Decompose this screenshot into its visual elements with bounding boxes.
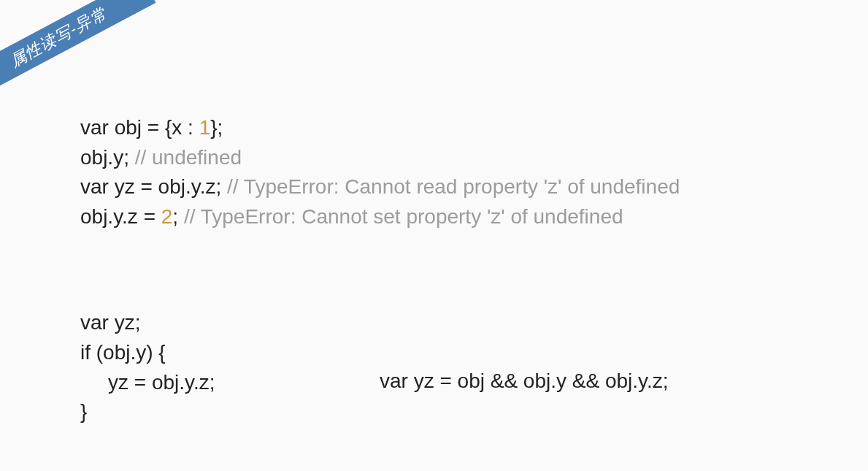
code-text: ;: [172, 205, 184, 228]
code-comment: // TypeError: Cannot read property 'z' o…: [227, 175, 680, 198]
code-text: yz = obj.y.z;: [108, 371, 215, 394]
code-line-1: var obj = {x : 1};: [80, 113, 853, 143]
code-text: var yz;: [80, 311, 140, 334]
code-comment: // TypeError: Cannot set property 'z' of…: [184, 205, 623, 228]
slide-ribbon: 属性读写-异常: [0, 0, 155, 99]
code-number: 2: [161, 205, 173, 228]
code-text: };: [210, 116, 223, 139]
code-number: 1: [199, 116, 211, 139]
ribbon-title: 属性读写-异常: [7, 4, 110, 70]
code-block-2: var yz; if (obj.y) { yz = obj.y.z; } var…: [80, 308, 853, 426]
code-line-2: obj.y; // undefined: [80, 143, 853, 173]
code-line-right: var yz = obj && obj.y && obj.y.z;: [380, 369, 669, 393]
code-line-b2-2: if (obj.y) {: [80, 338, 853, 368]
code-line-b2-1: var yz;: [80, 308, 853, 338]
slide-content: var obj = {x : 1}; obj.y; // undefined v…: [80, 113, 853, 427]
code-comment: // undefined: [135, 146, 242, 169]
code-text: obj.y.z =: [80, 205, 161, 228]
code-text: if (obj.y) {: [80, 341, 166, 364]
code-line-4: obj.y.z = 2; // TypeError: Cannot set pr…: [80, 202, 853, 232]
code-line-b2-4: }: [80, 397, 853, 427]
code-text: var yz = obj.y.z;: [80, 175, 227, 198]
code-text: }: [80, 400, 87, 423]
code-text: var obj = {x :: [80, 116, 199, 139]
code-text: obj.y;: [80, 146, 135, 169]
code-line-3: var yz = obj.y.z; // TypeError: Cannot r…: [80, 172, 853, 202]
code-text: var yz = obj && obj.y && obj.y.z;: [380, 369, 669, 392]
